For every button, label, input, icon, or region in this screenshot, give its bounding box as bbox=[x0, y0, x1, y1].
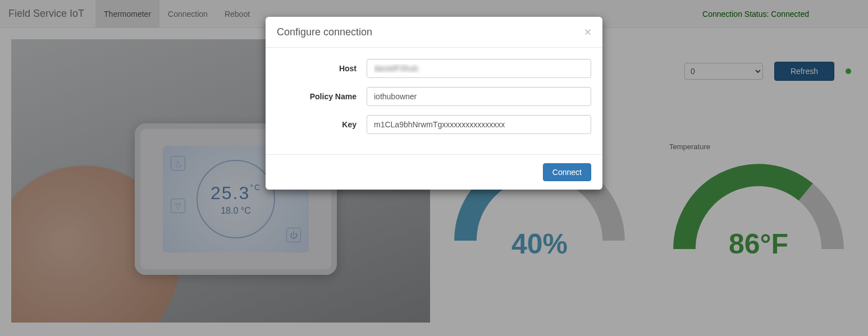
policy-label: Policy Name bbox=[277, 92, 367, 101]
host-label: Host bbox=[277, 64, 367, 73]
key-input[interactable] bbox=[367, 115, 591, 134]
configure-connection-modal: Configure connection × Host Policy Name … bbox=[266, 17, 602, 190]
connect-button[interactable]: Connect bbox=[543, 163, 591, 181]
policy-name-input[interactable] bbox=[367, 87, 591, 106]
close-icon[interactable]: × bbox=[584, 25, 591, 39]
modal-overlay[interactable]: Configure connection × Host Policy Name … bbox=[0, 0, 868, 336]
host-input[interactable] bbox=[367, 59, 591, 78]
modal-title: Configure connection bbox=[277, 26, 372, 38]
key-label: Key bbox=[277, 120, 367, 129]
